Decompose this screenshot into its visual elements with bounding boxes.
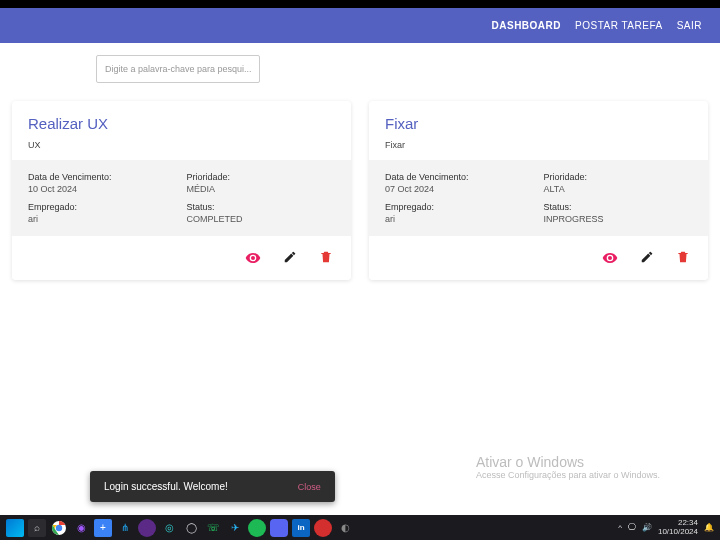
app-icon[interactable]: + [94,519,112,537]
windows-watermark: Ativar o Windows Acesse Configurações pa… [476,454,660,480]
telegram-icon[interactable]: ✈ [226,519,244,537]
task-card: Realizar UX UX Data de Vencimento:10 Oct… [12,101,351,280]
tray-monitor-icon[interactable]: 🖵 [628,523,636,532]
toast: Login successful. Welcome! Close [90,471,335,502]
watermark-subtitle: Acesse Configurações para ativar o Windo… [476,470,660,480]
view-button[interactable] [245,250,261,266]
priority-value: MÉDIA [187,184,336,194]
nav-post-task[interactable]: POSTAR TAREFA [575,20,663,31]
employee-label: Empregado: [28,202,177,212]
due-value: 07 Oct 2024 [385,184,534,194]
employee-value: ari [385,214,534,224]
employee-value: ari [28,214,177,224]
nav-dashboard[interactable]: DASHBOARD [492,20,562,31]
status-label: Status: [544,202,693,212]
chrome-icon[interactable] [50,519,68,537]
start-icon[interactable] [6,519,24,537]
due-value: 10 Oct 2024 [28,184,177,194]
employee-label: Empregado: [385,202,534,212]
discord-icon[interactable] [270,519,288,537]
search-input[interactable] [96,55,260,83]
priority-value: ALTA [544,184,693,194]
navbar: DASHBOARD POSTAR TAREFA SAIR [0,8,720,43]
card-subtitle: Fixar [385,140,692,150]
priority-label: Prioridade: [544,172,693,182]
toast-message: Login successful. Welcome! [104,481,228,492]
whatsapp-icon[interactable]: ☏ [204,519,222,537]
tray-volume-icon[interactable]: 🔊 [642,523,652,532]
tray-chevron-icon[interactable]: ^ [618,523,622,532]
delete-button[interactable] [676,250,690,266]
view-button[interactable] [602,250,618,266]
linkedin-icon[interactable]: in [292,519,310,537]
priority-label: Prioridade: [187,172,336,182]
taskbar-clock[interactable]: 22:34 10/10/2024 [658,519,698,537]
tray-notification-icon[interactable]: 🔔 [704,523,714,532]
due-label: Data de Vencimento: [28,172,177,182]
card-title: Realizar UX [28,115,335,132]
status-value: INPROGRESS [544,214,693,224]
watermark-title: Ativar o Windows [476,454,660,470]
app3-icon[interactable] [314,519,332,537]
delete-button[interactable] [319,250,333,266]
edit-button[interactable] [283,250,297,266]
figma-icon[interactable]: ◉ [72,519,90,537]
svg-point-1 [56,524,62,530]
card-subtitle: UX [28,140,335,150]
task-card: Fixar Fixar Data de Vencimento:07 Oct 20… [369,101,708,280]
card-title: Fixar [385,115,692,132]
nav-logout[interactable]: SAIR [677,20,702,31]
status-label: Status: [187,202,336,212]
due-label: Data de Vencimento: [385,172,534,182]
edge-icon[interactable]: ◎ [160,519,178,537]
app4-icon[interactable]: ◐ [336,519,354,537]
edit-button[interactable] [640,250,654,266]
app2-icon[interactable] [138,519,156,537]
vscode-icon[interactable]: ⋔ [116,519,134,537]
toast-close-button[interactable]: Close [298,482,321,492]
github-icon[interactable]: ◯ [182,519,200,537]
spotify-icon[interactable] [248,519,266,537]
taskbar: ⌕ ◉ + ⋔ ◎ ◯ ☏ ✈ in ◐ ^ 🖵 🔊 22:34 10/10/2… [0,515,720,540]
search-taskbar-icon[interactable]: ⌕ [28,519,46,537]
status-value: COMPLETED [187,214,336,224]
